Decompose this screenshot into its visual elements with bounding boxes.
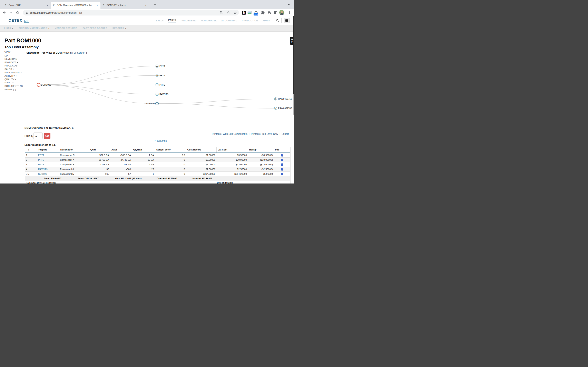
tree-view-toggle[interactable]: ▾Show/Hide Tree View of BOM (View In Ful… bbox=[25, 51, 87, 54]
info-icon[interactable]: i bbox=[281, 154, 283, 157]
tab-title: Cetec ERP bbox=[9, 4, 44, 7]
tab-search-chevron-icon[interactable] bbox=[287, 2, 291, 7]
table-header-row: #PrcpartDescriptionQOHAvailQty/TopScrap … bbox=[25, 147, 290, 153]
tree-node-label: PRT3 bbox=[159, 83, 165, 86]
help-tab[interactable]: Help bbox=[290, 37, 293, 45]
screenshot-extension-icon[interactable] bbox=[247, 10, 252, 15]
tab-2[interactable]: CBOM Overview - BOM1000 - Pa× bbox=[51, 2, 100, 9]
subnav-reports[interactable]: REPORTS▼ bbox=[112, 27, 126, 29]
nav-accounting[interactable]: ACCOUNTING bbox=[221, 19, 237, 22]
url-text: demo.cetecerp.com/part/195/component_lis… bbox=[30, 11, 82, 14]
bom-tree-view: BOM10003.5PRT115PRT24PRT31.25RAW1231SUB1… bbox=[0, 55, 294, 131]
kebab-menu-icon[interactable] bbox=[288, 11, 291, 15]
cell-scrap-factor: 0 bbox=[155, 171, 186, 176]
extensions-puzzle-icon[interactable] bbox=[261, 11, 265, 15]
tree-node-circle[interactable]: 1.25 bbox=[156, 93, 159, 96]
cell-rollup: ($12.00000) bbox=[248, 162, 274, 167]
info-icon[interactable]: i bbox=[281, 159, 283, 161]
table-row: 2PRT2Component A25765 EA24743 EA15 EA0$2… bbox=[25, 157, 290, 162]
prcpart-link-prt1[interactable]: PRT1 bbox=[38, 154, 44, 156]
link-export[interactable]: Export bbox=[282, 133, 289, 135]
col-header-avail: Avail bbox=[110, 147, 132, 153]
new-tab-button[interactable]: + bbox=[153, 2, 157, 7]
url-domain: demo.cetecerp.com bbox=[30, 11, 53, 14]
prcpart-link-sub100[interactable]: SUB100 bbox=[38, 173, 47, 175]
cell-prcpart: PRT1 bbox=[37, 153, 59, 157]
docs-extension-icon[interactable] bbox=[242, 10, 246, 15]
browser-window: + CCetec ERP×CBOM Overview - BOM1000 - P… bbox=[0, 0, 294, 184]
tree-node-circle[interactable]: 4 bbox=[156, 83, 159, 86]
tree-node-circle[interactable]: 1 bbox=[274, 98, 277, 100]
cell-rollup: ($2.50000) bbox=[248, 167, 274, 171]
nav-sales[interactable]: SALES bbox=[156, 19, 164, 22]
nav-purchasing[interactable]: PURCHASING bbox=[181, 19, 197, 22]
tab-close-icon[interactable]: × bbox=[46, 4, 49, 7]
hamburger-menu-icon[interactable] bbox=[284, 18, 290, 23]
subnav-pricing-maintenance[interactable]: PRICING MAINTENANCE▼ bbox=[19, 27, 50, 29]
nav-production[interactable]: PRODUCTION bbox=[242, 19, 258, 22]
total-overhead: Overhead $3.75000 bbox=[156, 177, 177, 180]
link-printable-top-level-only[interactable]: Printable, Top Level Only bbox=[251, 133, 278, 135]
prcpart-link-raw123[interactable]: RAW123 bbox=[38, 168, 48, 170]
link-printable-with-sub-components[interactable]: Printable, With Sub Components bbox=[212, 133, 247, 135]
info-icon[interactable]: i bbox=[281, 173, 283, 175]
cell-avail: -565.5 EA bbox=[110, 153, 132, 157]
tab-close-icon[interactable]: × bbox=[95, 4, 99, 7]
tree-node-circle[interactable]: 1 bbox=[274, 107, 277, 110]
set-button[interactable]: Set bbox=[44, 133, 51, 139]
cell-qty-top: 15 EA bbox=[132, 157, 155, 162]
tab-3[interactable]: CBOM1001 - Parts× bbox=[100, 2, 149, 9]
profile-avatar[interactable] bbox=[279, 10, 285, 15]
subnav-part-spec-groups[interactable]: PART SPEC GROUPS bbox=[82, 27, 107, 29]
cell-ext-cost: $364.28000 bbox=[216, 171, 248, 176]
tab-1[interactable]: CCetec ERP× bbox=[2, 2, 51, 9]
search-button[interactable] bbox=[273, 18, 282, 23]
back-icon[interactable] bbox=[2, 11, 6, 15]
nav-admin[interactable]: ADMIN bbox=[263, 19, 270, 22]
col-header-description: Description bbox=[59, 147, 89, 153]
cell-qoh: 1218 EA bbox=[89, 162, 110, 167]
tree-node-circle[interactable]: 15 bbox=[156, 74, 159, 77]
zoom-out-icon[interactable] bbox=[219, 11, 223, 15]
table-row: ▸5SUB100Subassembly1655710$364.28000$364… bbox=[25, 171, 290, 176]
bookmark-star-icon[interactable] bbox=[233, 11, 237, 15]
prcpart-link-prt3[interactable]: PRT3 bbox=[38, 163, 44, 166]
tree-toggle-label: Show/Hide Tree View of BOM bbox=[26, 51, 62, 54]
cell-prcpart: SUB100 bbox=[37, 171, 59, 176]
tree-node-label: RAW8392785 bbox=[278, 107, 292, 109]
cetec-logo[interactable]: CETEC ERP bbox=[9, 18, 29, 23]
tree-node-circle[interactable] bbox=[37, 83, 41, 87]
col-header-prcpart: Prcpart bbox=[37, 147, 59, 153]
cell-avail: 24743 EA bbox=[110, 157, 132, 162]
forward-icon[interactable] bbox=[9, 11, 13, 15]
full-screen-link[interactable]: Full Screen bbox=[72, 51, 85, 54]
tab-close-icon[interactable]: × bbox=[144, 4, 147, 7]
playlist-extension-icon[interactable] bbox=[268, 11, 272, 15]
reload-icon[interactable] bbox=[16, 11, 19, 15]
columns-toggle-link[interactable]: +/- Columns bbox=[153, 140, 167, 142]
info-icon[interactable]: i bbox=[281, 163, 283, 166]
share-icon[interactable] bbox=[226, 11, 230, 15]
subnav-lists[interactable]: LISTS▼ bbox=[4, 27, 13, 29]
side-panel-icon[interactable] bbox=[274, 11, 277, 15]
cell-avail: 57 bbox=[110, 171, 132, 176]
tree-node-circle[interactable]: 1 bbox=[155, 102, 159, 105]
link-separator: | bbox=[249, 133, 250, 135]
tree-node-circle[interactable]: 3.5 bbox=[156, 65, 159, 68]
nav-warehouse[interactable]: WAREHOUSE bbox=[201, 19, 217, 22]
total-material: Material $53.96308 bbox=[192, 177, 212, 180]
prcpart-link-prt2[interactable]: PRT2 bbox=[38, 159, 44, 161]
scrollbar-thumb[interactable] bbox=[293, 16, 294, 94]
total-labor: Labor $10.41667 (65 Mins) bbox=[114, 177, 141, 180]
url-bar[interactable]: demo.cetecerp.com/part/195/component_lis… bbox=[23, 10, 239, 16]
nav-parts[interactable]: PARTS bbox=[168, 19, 176, 22]
info-icon[interactable]: i bbox=[281, 168, 283, 171]
bom-table: #PrcpartDescriptionQOHAvailQty/TopScrap … bbox=[25, 147, 291, 184]
subnav-vendor-returns[interactable]: VENDOR RETURNS bbox=[55, 27, 77, 29]
col-header-rollup: Rollup bbox=[248, 147, 274, 153]
build-qty-input[interactable] bbox=[33, 133, 43, 139]
expand-caret-icon[interactable]: ▸ bbox=[26, 173, 27, 175]
side-menu-view[interactable]: VIEW bbox=[4, 50, 23, 54]
tree-node-label: PRT2 bbox=[159, 74, 165, 77]
cell-qty-top: 1.25 bbox=[132, 167, 155, 171]
